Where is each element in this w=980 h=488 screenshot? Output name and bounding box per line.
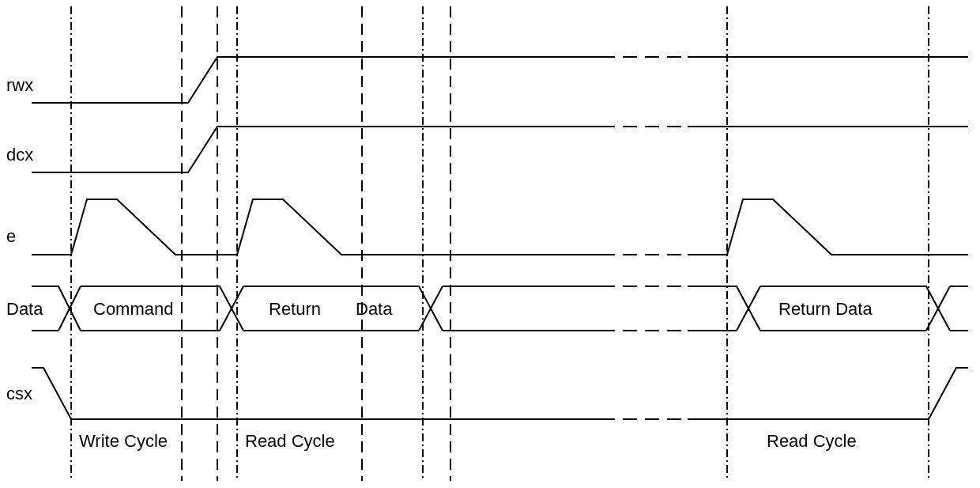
cycle-label-read-1: Read Cycle <box>245 431 335 451</box>
bus-label-command: Command <box>93 299 173 319</box>
signal-label-csx: csx <box>6 384 32 403</box>
bus-label-return-data-2: Return Data <box>778 299 873 319</box>
cycle-label-write: Write Cycle <box>79 431 168 451</box>
signal-label-rwx: rwx <box>6 75 33 95</box>
signal-label-dcx: dcx <box>6 145 33 165</box>
bus-label-return-data-1b: Data <box>356 299 393 319</box>
signal-label-data: Data <box>6 299 43 319</box>
signal-label-e: e <box>6 226 16 246</box>
bus-label-return-data-1a: Return <box>269 299 321 319</box>
cycle-label-read-2: Read Cycle <box>767 431 857 451</box>
